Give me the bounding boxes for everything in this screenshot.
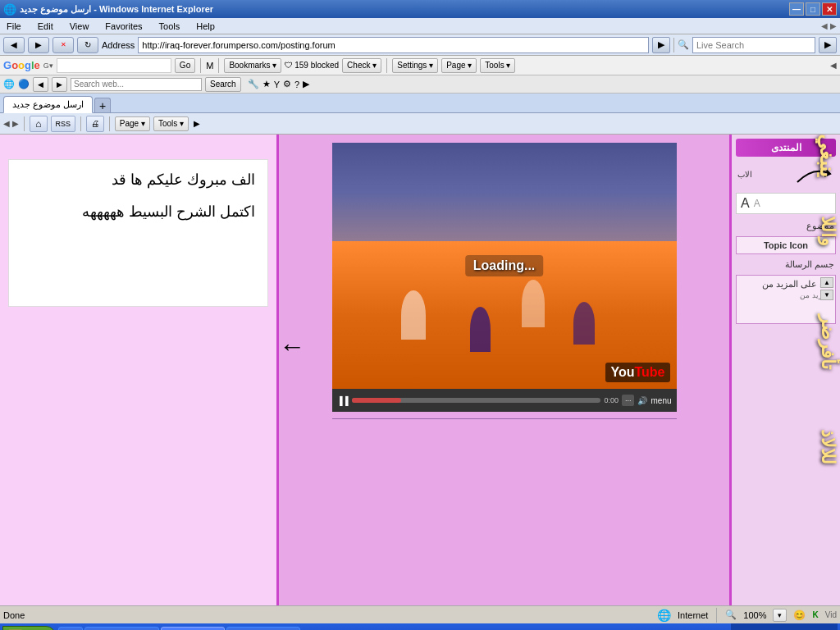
- status-globe-icon: 🌐: [657, 609, 671, 622]
- kaspersky-icon: K: [812, 610, 818, 619]
- taskbar-item-youtube[interactable]: 🌐 YouTube - ...: [226, 627, 300, 630]
- more-nav-icon[interactable]: ▶: [194, 119, 200, 128]
- volume-icon[interactable]: 🔊: [637, 396, 647, 405]
- page-button[interactable]: Page ▾: [441, 58, 477, 73]
- font-letter-a: A: [741, 196, 750, 211]
- back-arrow: ◀ ▶: [3, 119, 19, 128]
- taskbar-item-post[interactable]: 🌐 ارسل مو...: [161, 627, 225, 630]
- curved-arrow-icon: [793, 162, 834, 186]
- google-logo: Google: [3, 59, 40, 71]
- video-controls: ▐▐ 0:00 ··· 🔊 menu: [332, 389, 677, 412]
- back-button[interactable]: ◀: [3, 37, 25, 53]
- start-button[interactable]: 🪟 start: [2, 626, 56, 630]
- menu-bar: File Edit View Favorites Tools Help ◀ ▶: [0, 18, 840, 34]
- menu-view[interactable]: View: [66, 20, 93, 33]
- title-bar-left: 🌐 ارسل موضوع جديد - Windows Internet Exp…: [3, 3, 213, 16]
- google-go-button[interactable]: Go: [175, 58, 195, 73]
- search-button[interactable]: ▶: [819, 37, 837, 53]
- star-icon[interactable]: ★: [262, 79, 271, 89]
- separator: [109, 116, 110, 131]
- title-bar: 🌐 ارسل موضوع جديد - Windows Internet Exp…: [0, 0, 840, 18]
- separator: [80, 116, 81, 131]
- new-tab-button[interactable]: +: [94, 98, 111, 112]
- progress-bar[interactable]: [352, 398, 601, 403]
- play-pause-btn[interactable]: ▐▐: [337, 396, 349, 405]
- sidebar-header: المنتدى: [736, 139, 836, 157]
- close-button[interactable]: ✕: [822, 2, 837, 16]
- taskbar-right: AR 😊 K ⚡ 08:17 م: [731, 623, 838, 630]
- print-button[interactable]: 🖨: [86, 116, 104, 132]
- status-zoom: 100%: [743, 610, 766, 620]
- sidebar-content-text: للاء على المزيد من: [740, 279, 832, 290]
- sidebar-section1: الاب: [737, 170, 752, 179]
- window-title: ارسل موضوع جديد - Windows Internet Explo…: [20, 4, 213, 15]
- search-bar-input[interactable]: [71, 78, 202, 91]
- smiley-icon: 😊: [793, 609, 806, 621]
- address-input[interactable]: [138, 37, 649, 53]
- help-icon[interactable]: ?: [294, 80, 299, 89]
- search-bar-fwd[interactable]: ▶: [52, 77, 67, 92]
- divider: [332, 418, 677, 419]
- menu-favorites[interactable]: Favorites: [102, 20, 145, 33]
- settings-dots[interactable]: ···: [622, 395, 635, 406]
- scroll-down-icon[interactable]: ▼: [820, 290, 833, 300]
- maximize-button[interactable]: □: [806, 2, 820, 16]
- nav-toolbar: ◀ ▶ ⌂ RSS 🖨 Page ▾ Tools ▾ ▶: [0, 113, 840, 135]
- vid-icon: Vid: [825, 610, 837, 619]
- tools-btn2[interactable]: Tools ▾: [153, 116, 189, 131]
- go-button[interactable]: ▶: [652, 37, 670, 53]
- misc-icon[interactable]: ⚙: [283, 79, 291, 89]
- crowd-area: [332, 143, 677, 241]
- status-zone: Internet: [678, 610, 708, 620]
- blocked-icon: 🛡: [285, 61, 293, 70]
- arabic-text-box: الف مبروك عليكم ها قد اكتمل الشرح البسيط…: [8, 159, 268, 307]
- arabic-line2: اكتمل الشرح البسيط هههههه: [21, 200, 255, 224]
- page-btn2[interactable]: Page ▾: [115, 116, 150, 131]
- google-search-input[interactable]: [57, 58, 171, 73]
- scroll-up-icon[interactable]: ▲: [820, 277, 833, 288]
- youtube-you: You: [610, 365, 634, 379]
- topic-icon-box: Topic Icon: [736, 236, 836, 254]
- more-icon[interactable]: ▶: [303, 79, 309, 89]
- stop-button[interactable]: ✕: [52, 37, 74, 53]
- minimize-button[interactable]: —: [789, 2, 804, 16]
- menu-help[interactable]: Help: [193, 20, 218, 33]
- separator: [386, 58, 387, 73]
- progress-fill: [352, 398, 402, 403]
- youtube-tube: Tube: [634, 365, 664, 379]
- forward-button[interactable]: ▶: [28, 37, 49, 53]
- taskbar-ie-icon[interactable]: 🌐: [58, 627, 83, 630]
- menu-label[interactable]: menu: [651, 396, 671, 405]
- y-icon[interactable]: Y: [274, 80, 280, 89]
- taskbar-item-koudin[interactable]: 🌐 كودين جديد ...: [84, 627, 159, 630]
- main-wrapper: الف مبروك عليكم ها قد اكتمل الشرح البسيط…: [0, 135, 840, 605]
- zoom-icon: 🔍: [725, 609, 737, 620]
- search-submit[interactable]: Search: [205, 77, 241, 92]
- menu-edit[interactable]: Edit: [34, 20, 57, 33]
- status-sep: [716, 608, 717, 623]
- rss-button[interactable]: RSS: [51, 116, 75, 132]
- separator: [200, 58, 201, 73]
- settings-button[interactable]: Settings ▾: [392, 58, 438, 73]
- scroll-controls: ▲ ▼: [820, 277, 833, 300]
- home-button[interactable]: ⌂: [30, 116, 48, 132]
- gmail-icon[interactable]: M: [206, 61, 213, 71]
- search-bar-icon2: 🔵: [18, 79, 30, 89]
- bookmarks-button[interactable]: Bookmarks ▾: [224, 58, 281, 73]
- zoom-dropdown[interactable]: ▾: [773, 609, 787, 622]
- menu-tools[interactable]: Tools: [156, 20, 184, 33]
- message-area[interactable]: للاء على المزيد من المزيد من ▲ ▼: [736, 275, 836, 324]
- left-panel: الف مبروك عليكم ها قد اكتمل الشرح البسيط…: [0, 135, 279, 605]
- refresh-button[interactable]: ↻: [77, 37, 98, 53]
- tab-post[interactable]: ارسل موضوع جديد: [3, 96, 93, 113]
- font-selector[interactable]: A A: [736, 193, 836, 214]
- separator: [24, 116, 25, 131]
- search-bar-back[interactable]: ◀: [33, 77, 48, 92]
- live-search-input[interactable]: [692, 37, 815, 53]
- arrow-indicator: ←: [279, 331, 305, 362]
- tools-icon2[interactable]: 🔧: [248, 79, 259, 89]
- menu-file[interactable]: File: [3, 20, 25, 33]
- check-button[interactable]: Check ▾: [342, 58, 381, 73]
- google-bar-icon: G▾: [43, 62, 53, 70]
- tools-button[interactable]: Tools ▾: [480, 58, 515, 73]
